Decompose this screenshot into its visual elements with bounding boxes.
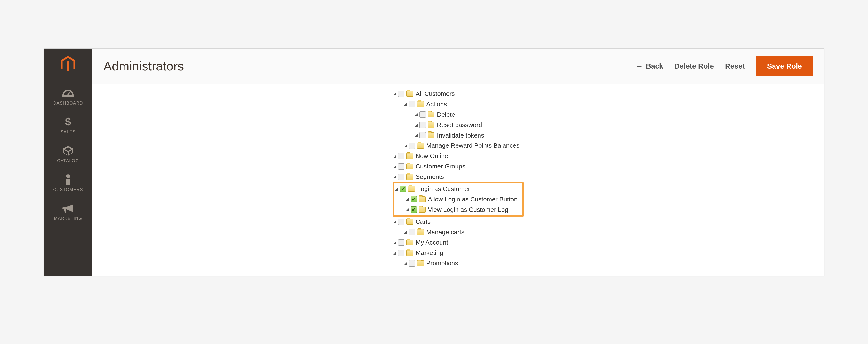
sidebar-item-dashboard[interactable]: DASHBOARD: [44, 82, 92, 111]
tree-node-login-as-customer[interactable]: ◢ Login as Customer: [395, 184, 518, 194]
admin-sidebar: DASHBOARD $ SALES CATALOG CUSTOMERS: [44, 49, 92, 276]
tree-node-label: Manage carts: [426, 227, 465, 238]
tree-node-my-account[interactable]: ◢ My Account: [393, 237, 524, 248]
tree-checkbox[interactable]: [409, 229, 415, 235]
tree-node-all-customers[interactable]: ◢ All Customers: [393, 89, 524, 99]
tree-checkbox[interactable]: [398, 153, 404, 159]
folder-icon: [406, 164, 413, 169]
tree-node-manage-reward[interactable]: ◢ Manage Reward Points Balances: [403, 140, 524, 151]
tree-node-label: Now Online: [415, 151, 448, 161]
tree-node-marketing[interactable]: ◢ Marketing: [393, 248, 524, 258]
tree-checkbox[interactable]: [420, 122, 426, 128]
tree-node-promotions[interactable]: ◢ Promotions: [403, 258, 524, 269]
tree-node-label: All Customers: [415, 89, 455, 99]
save-role-button[interactable]: Save Role: [756, 56, 813, 76]
tree-checkbox[interactable]: [398, 91, 404, 97]
tree-checkbox[interactable]: [398, 219, 404, 225]
sidebar-item-sales[interactable]: $ SALES: [44, 111, 92, 140]
folder-icon: [428, 112, 434, 117]
collapse-toggle-icon[interactable]: ◢: [405, 197, 409, 201]
svg-text:$: $: [65, 117, 71, 128]
collapse-toggle-icon[interactable]: ◢: [403, 261, 407, 265]
tree-node-actions[interactable]: ◢ Actions: [403, 99, 524, 110]
tree-checkbox[interactable]: [410, 196, 417, 202]
tree-node-customer-groups[interactable]: ◢ Customer Groups: [393, 161, 524, 171]
tree-node-view-login-log[interactable]: ◢ View Login as Customer Log: [405, 205, 518, 215]
tree-node-reset-password[interactable]: ◢ Reset password: [414, 120, 524, 130]
tree-node-label: Segments: [415, 171, 444, 182]
tree-node-carts[interactable]: ◢ Carts: [393, 217, 524, 227]
tree-node-label: Reset password: [437, 120, 482, 130]
sidebar-item-customers[interactable]: CUSTOMERS: [44, 169, 92, 197]
folder-icon: [406, 250, 413, 256]
tree-node-now-online[interactable]: ◢ Now Online: [393, 151, 524, 161]
tree-node-label: Invalidate tokens: [437, 130, 484, 140]
tree-node-label: Manage Reward Points Balances: [426, 140, 519, 151]
role-resources-panel: ◢ All Customers ◢: [92, 84, 824, 276]
collapse-toggle-icon[interactable]: ◢: [405, 208, 409, 212]
tree-checkbox[interactable]: [409, 101, 415, 107]
gauge-icon: [62, 88, 73, 99]
tree-node-invalidate-tokens[interactable]: ◢ Invalidate tokens: [414, 130, 524, 140]
sidebar-item-label: CATALOG: [57, 158, 79, 163]
collapse-toggle-icon[interactable]: ◢: [393, 251, 397, 255]
megaphone-icon: [62, 203, 73, 214]
collapse-toggle-icon[interactable]: ◢: [403, 230, 407, 234]
folder-icon: [408, 186, 415, 192]
collapse-toggle-icon[interactable]: ◢: [403, 144, 407, 148]
sidebar-item-label: CUSTOMERS: [53, 187, 83, 192]
folder-icon: [406, 153, 413, 159]
tree-node-label: Carts: [415, 217, 431, 227]
tree-checkbox[interactable]: [420, 132, 426, 138]
tree-node-label: Delete: [437, 110, 455, 120]
tree-checkbox[interactable]: [400, 186, 406, 192]
admin-panel: DASHBOARD $ SALES CATALOG CUSTOMERS: [43, 49, 825, 276]
tree-checkbox[interactable]: [398, 174, 404, 180]
tree-node-label: Promotions: [426, 258, 458, 269]
folder-icon: [406, 240, 413, 246]
folder-icon: [417, 260, 424, 266]
folder-icon: [406, 219, 413, 225]
tree-node-allow-login-button[interactable]: ◢ Allow Login as Customer Button: [405, 194, 518, 205]
collapse-toggle-icon[interactable]: ◢: [393, 165, 397, 168]
magento-logo[interactable]: [54, 54, 83, 77]
tree-checkbox[interactable]: [409, 260, 415, 267]
tree-checkbox[interactable]: [420, 112, 426, 118]
tree-node-label: Actions: [426, 99, 447, 110]
collapse-toggle-icon[interactable]: ◢: [403, 102, 407, 106]
collapse-toggle-icon[interactable]: ◢: [414, 123, 418, 127]
box-icon: [63, 145, 73, 156]
sidebar-item-label: SALES: [60, 129, 75, 134]
page-toolbar: Administrators ← Back Delete Role Reset …: [92, 49, 824, 84]
back-button[interactable]: ← Back: [635, 62, 663, 70]
tree-node-label: Marketing: [415, 248, 443, 258]
tree-checkbox[interactable]: [398, 240, 404, 246]
collapse-toggle-icon[interactable]: ◢: [393, 175, 397, 179]
sidebar-item-catalog[interactable]: CATALOG: [44, 140, 92, 169]
tree-checkbox[interactable]: [398, 163, 404, 170]
sidebar-item-marketing[interactable]: MARKETING: [44, 197, 92, 226]
collapse-toggle-icon[interactable]: ◢: [414, 133, 418, 137]
tree-checkbox[interactable]: [398, 250, 404, 256]
tree-node-delete[interactable]: ◢ Delete: [414, 110, 524, 120]
collapse-toggle-icon[interactable]: ◢: [393, 220, 397, 224]
folder-icon: [419, 196, 426, 202]
page-actions: ← Back Delete Role Reset Save Role: [635, 56, 813, 76]
highlighted-permissions: ◢ Login as Customer ◢: [393, 182, 524, 217]
folder-icon: [417, 143, 424, 149]
tree-checkbox[interactable]: [409, 143, 415, 149]
reset-button[interactable]: Reset: [725, 62, 745, 70]
collapse-toggle-icon[interactable]: ◢: [393, 154, 397, 158]
tree-node-segments[interactable]: ◢ Segments: [393, 171, 524, 182]
person-icon: [65, 174, 71, 185]
tree-checkbox[interactable]: [410, 207, 417, 213]
folder-icon: [428, 132, 434, 138]
delete-role-button[interactable]: Delete Role: [674, 62, 714, 70]
collapse-toggle-icon[interactable]: ◢: [393, 241, 397, 245]
collapse-toggle-icon[interactable]: ◢: [414, 113, 418, 117]
page-title: Administrators: [103, 59, 635, 73]
collapse-toggle-icon[interactable]: ◢: [395, 187, 398, 191]
tree-node-manage-carts[interactable]: ◢ Manage carts: [403, 227, 524, 238]
collapse-toggle-icon[interactable]: ◢: [393, 92, 397, 96]
folder-icon: [428, 122, 434, 128]
